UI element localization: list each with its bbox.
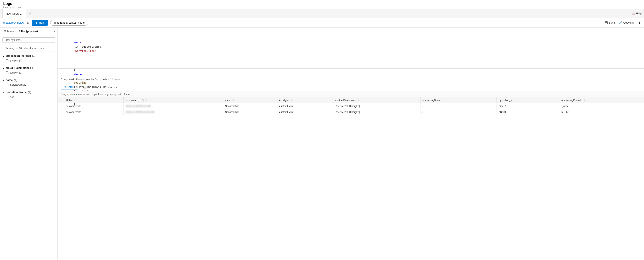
col-header-7[interactable]: operation_ParentId▽	[559, 97, 644, 103]
col-header-0[interactable]: $table▽	[64, 97, 124, 103]
main-layout: Schema Filter (preview) » ℹ Showing top …	[0, 28, 644, 260]
sidebar-collapse-button[interactable]: »	[52, 29, 56, 34]
ellipsis-row: ...	[58, 68, 644, 76]
row-0-timestamp: 2016-11-09T00:12.365	[124, 103, 223, 109]
chevron-icon: ∨	[2, 90, 4, 94]
save-icon: 💾	[604, 21, 608, 24]
facet-header-cloud_RoleInstance[interactable]: ∨ cloud_RoleInstance (1)	[0, 65, 57, 71]
facet-header-application_Version[interactable]: ∨ application_Version (1)	[0, 53, 57, 58]
drag-hint: Drag a column header and drop it here to…	[58, 92, 644, 97]
run-button[interactable]: ▶ Run	[32, 20, 48, 26]
col-header-3[interactable]: itemType▽	[277, 97, 334, 103]
result-table: $table▽timestamp [UTC]▽name▽itemType▽cus…	[58, 97, 644, 115]
filter-icon[interactable]: ▽	[145, 99, 147, 102]
app-header: Logs theazureoverview	[0, 0, 644, 9]
sidebar: Schema Filter (preview) » ℹ Showing top …	[0, 28, 58, 260]
save-button[interactable]: 💾 Save	[604, 21, 615, 24]
result-toolbar: ⊞ TABLE | 📊 CHART | Columns ∨	[58, 83, 644, 92]
tab-bar-right: 📖 Help	[632, 12, 642, 15]
chevron-down-icon: ∨	[116, 86, 118, 89]
query-panel: search in (customEvents) "ServiceClick" …	[58, 28, 644, 260]
run-icon: ▶	[36, 21, 38, 24]
header-row: $table▽timestamp [UTC]▽name▽itemType▽cus…	[58, 97, 644, 103]
facet-checkbox-operation_Name-0[interactable]	[6, 96, 8, 98]
facet-item-application_Version-0: (empty) (2)	[0, 58, 57, 63]
time-range-button[interactable]: Time range: Last 24 hours	[50, 20, 88, 26]
filter-by-name-input[interactable]	[2, 38, 55, 43]
export-button[interactable]: ⬆	[638, 21, 641, 24]
query-line-1: search in (customEvents) "ServiceClick"	[61, 36, 641, 58]
table-row: ›customEvents2016-11-09T00:23:45.446Serv…	[58, 109, 644, 115]
row-1-operation_ParentId: hBChX	[559, 109, 644, 115]
facet-header-operation_Name[interactable]: ∨ operation_Name (1)	[0, 89, 57, 95]
col-header-1[interactable]: timestamp [UTC]▽	[124, 97, 223, 103]
toolbar-left: theazureoverview ⚙ ▶ Run Time range: Las…	[3, 20, 601, 26]
col-header-5[interactable]: operation_Name▽	[420, 97, 496, 103]
copy-link-label: Copy link	[624, 21, 634, 24]
view-tab-divider: |	[78, 86, 80, 89]
workspace-link[interactable]: theazureoverview	[3, 21, 24, 24]
row-1-name: ServiceClick	[223, 109, 277, 115]
col-label-3: itemType	[279, 99, 289, 102]
row-1-customDimensions: {"service":"HDInsight"}	[333, 109, 420, 115]
facet-group-name: ∨ name (1) ServiceClick (2)	[0, 76, 57, 88]
facet-item-cloud_RoleInstance-0: (empty) (2)	[0, 71, 57, 75]
facet-header-name[interactable]: ∨ name (1)	[0, 77, 57, 83]
tab-bar-left: New Query 1* +	[2, 9, 34, 18]
facet-checkbox-name-0[interactable]	[6, 84, 8, 86]
facet-checkbox-cloud_RoleInstance-0[interactable]	[6, 72, 8, 74]
filter-icon[interactable]: ▽	[290, 99, 292, 102]
filter-icon[interactable]: ▽	[74, 99, 75, 102]
chevron-icon: ∨	[2, 78, 4, 82]
help-label: Help	[636, 12, 642, 15]
result-area: Completed. Showing results from the last…	[58, 76, 644, 260]
result-status-text: Completed. Showing results from the last…	[61, 78, 122, 81]
table-body: ›customEvents2016-11-09T00:12.365Service…	[58, 103, 644, 115]
facet-item-name-0: ServiceClick (2)	[0, 83, 57, 87]
export-icon: ⬆	[638, 21, 641, 24]
filter-icon[interactable]: ▽	[584, 99, 585, 102]
view-chart-button[interactable]: 📊 CHART	[80, 84, 100, 90]
new-tab-button[interactable]: +	[27, 11, 34, 16]
col-label-0: $table	[66, 99, 73, 102]
col-header-6[interactable]: operation_Id▽	[497, 97, 559, 103]
row-0-operation_Id: QmSZB	[497, 103, 559, 109]
tab-schema[interactable]: Schema	[2, 28, 16, 35]
filter-icon[interactable]: ▽	[442, 99, 443, 102]
col-header-4[interactable]: customDimensions▽	[333, 97, 420, 103]
save-label: Save	[609, 21, 615, 24]
facet-group-application_Version: ∨ application_Version (1) (empty) (2)	[0, 52, 57, 64]
copy-link-icon: 🔗	[619, 21, 622, 24]
info-icon: ℹ	[2, 46, 4, 50]
col-label-4: customDimensions	[336, 99, 356, 102]
row-expand-0[interactable]: ›	[58, 103, 64, 109]
query-tab[interactable]: New Query 1*	[2, 9, 26, 18]
columns-label: Columns	[104, 86, 115, 89]
table-header: $table▽timestamp [UTC]▽name▽itemType▽cus…	[58, 97, 644, 103]
sidebar-info: ℹ Showing top 10 values for each facet	[0, 45, 57, 52]
filter-icon[interactable]: ▽	[514, 99, 515, 102]
facet-item-operation_Name-0: / (2)	[0, 95, 57, 99]
filter-icon[interactable]: ▽	[357, 99, 359, 102]
facet-group-cloud_RoleInstance: ∨ cloud_RoleInstance (1) (empty) (2)	[0, 64, 57, 76]
filter-icon[interactable]: ▽	[232, 99, 234, 102]
app-title: Logs	[3, 2, 641, 6]
tab-filter[interactable]: Filter (preview)	[16, 28, 40, 35]
result-status: Completed. Showing results from the last…	[58, 76, 644, 83]
facet-checkbox-application_Version-0[interactable]	[6, 59, 8, 62]
kw-search: search	[74, 41, 84, 44]
row-1-itemType: customEvent	[277, 109, 334, 115]
result-table-container[interactable]: $table▽timestamp [UTC]▽name▽itemType▽cus…	[58, 97, 644, 260]
view-table-button[interactable]: ⊞ TABLE	[61, 84, 78, 90]
query-editor[interactable]: search in (customEvents) "ServiceClick" …	[58, 28, 644, 68]
run-label: Run	[39, 21, 44, 24]
row-expand-1[interactable]: ›	[58, 109, 64, 115]
col-label-5: operation_Name	[422, 99, 441, 102]
columns-button[interactable]: Columns ∨	[102, 84, 120, 90]
table-icon: ⊞	[64, 86, 66, 88]
help-button[interactable]: 📖 Help	[632, 12, 642, 15]
copy-link-button[interactable]: 🔗 Copy link	[619, 21, 634, 24]
col-header-2[interactable]: name▽	[223, 97, 277, 103]
settings-icon[interactable]: ⚙	[27, 21, 30, 25]
row-1-timestamp: 2016-11-09T00:23:45.446	[124, 109, 223, 115]
